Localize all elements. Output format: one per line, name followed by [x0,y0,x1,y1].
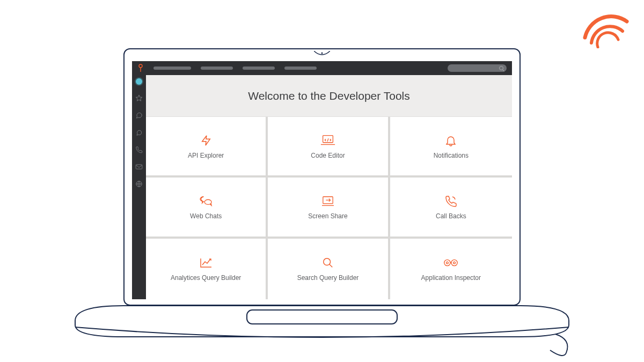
search-icon [499,66,503,70]
sidebar [132,75,146,299]
tile-label: Analytices Query Builder [171,274,241,282]
tile-label: Screen Share [308,212,347,220]
app-screen: Welcome to the Developer Tools API Explo… [132,61,512,299]
svg-point-13 [447,262,449,264]
bolt-icon [200,134,212,147]
tile-analytics-query-builder[interactable]: Analytices Query Builder [146,239,268,299]
tile-label: Code Editor [311,152,345,159]
welcome-banner: Welcome to the Developer Tools [146,75,512,117]
phone-call-icon [444,194,457,208]
tile-code-editor[interactable]: Code Editor [268,117,390,178]
svg-point-12 [451,260,457,266]
screen-share-icon [320,194,336,208]
nav-item-placeholder[interactable] [201,67,233,70]
chat-outline-icon[interactable] [135,129,143,136]
globe-icon[interactable] [135,180,143,188]
phone-icon[interactable] [135,146,143,153]
chat-bubble-icon[interactable] [135,112,143,119]
svg-point-1 [139,64,142,68]
search-input[interactable] [448,64,507,72]
topbar [132,61,512,75]
wifi-decoration [569,5,633,50]
tile-label: Call Backs [436,212,466,220]
circle-active-icon[interactable] [136,78,142,85]
svg-marker-3 [136,95,142,101]
svg-marker-6 [202,135,210,145]
tile-label: Search Query Builder [297,274,359,282]
tile-web-chats[interactable]: Web Chats [146,178,268,238]
tile-api-explorer[interactable]: API Explorer [146,117,268,178]
page-title: Welcome to the Developer Tools [248,90,410,102]
tile-label: Web Chats [190,212,222,220]
bell-icon [444,134,457,147]
laptop-base [70,305,574,360]
tile-label: Notifications [434,152,469,159]
laptop-lid: Welcome to the Developer Tools API Explo… [123,48,521,306]
svg-rect-2 [140,68,141,72]
star-icon[interactable] [135,94,143,102]
tile-search-query-builder[interactable]: Search Query Builder [268,239,390,299]
chat-pair-icon [198,194,214,208]
tile-label: Application Inspector [421,274,481,282]
svg-point-0 [321,53,323,54]
search-icon [322,256,334,270]
tile-screen-share[interactable]: Screen Share [268,178,390,238]
tile-call-backs[interactable]: Call Backs [390,178,512,238]
chart-icon [199,256,213,270]
laptop-illustration: Welcome to the Developer Tools API Explo… [123,48,521,360]
tile-label: API Explorer [188,152,224,159]
tile-notifications[interactable]: Notifications [390,117,512,178]
svg-rect-4 [136,165,142,169]
tool-grid: API Explorer Code Editor [146,117,512,299]
nav-item-placeholder[interactable] [284,67,317,70]
binoculars-icon [443,256,459,270]
logo-icon [137,64,144,72]
svg-point-8 [204,200,211,204]
svg-rect-15 [247,310,397,324]
svg-point-14 [453,262,456,264]
svg-point-10 [324,258,331,265]
main-content: Welcome to the Developer Tools API Explo… [146,75,512,299]
nav-item-placeholder[interactable] [243,67,275,70]
laptop-camera [314,49,330,54]
code-laptop-icon [320,134,336,147]
mail-icon[interactable] [135,163,143,171]
svg-point-11 [444,260,450,266]
nav-item-placeholder[interactable] [153,67,191,70]
tile-application-inspector[interactable]: Application Inspector [390,239,512,299]
